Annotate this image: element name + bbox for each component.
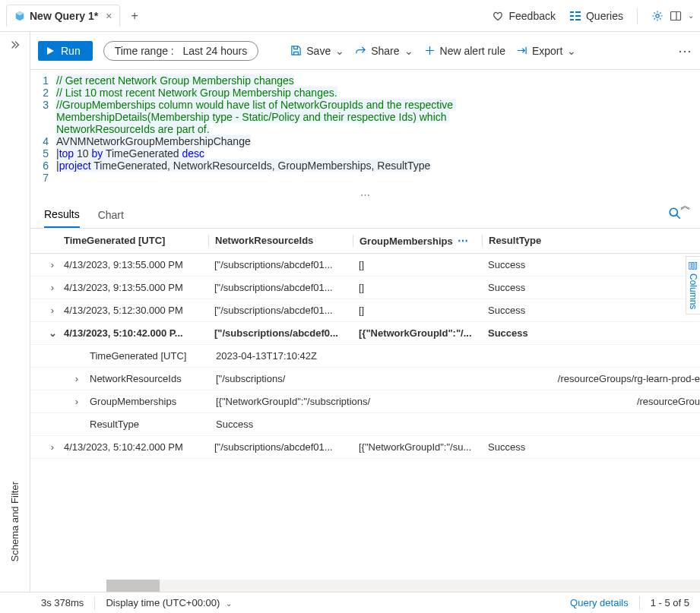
feedback-link[interactable]: Feedback [492, 10, 555, 22]
header-network-ids[interactable]: NetworkResourceIds [208, 235, 353, 247]
columns-panel-toggle[interactable]: Columns [686, 256, 700, 314]
cell-res: Success [482, 327, 700, 339]
table-row[interactable]: › 4/13/2023, 5:12:30.000 PM ["/subscript… [30, 299, 700, 322]
header-time[interactable]: TimeGenerated [UTC] [64, 235, 208, 247]
export-icon [516, 45, 527, 56]
chevron-right-icon[interactable]: › [64, 373, 90, 384]
header-result-type[interactable]: ResultType [482, 235, 700, 247]
detail-key: ResultType [90, 419, 208, 430]
table-row[interactable]: › 4/13/2023, 9:13:55.000 PM ["/subscript… [30, 254, 700, 276]
add-tab-button[interactable]: + [123, 6, 145, 26]
time-range-label: Time range : [115, 45, 174, 57]
detail-value: [{"NetworkGroupId":"/subscriptions//reso… [208, 396, 700, 407]
column-options-icon[interactable]: ⋯ [458, 235, 468, 247]
svg-rect-5 [575, 19, 581, 21]
detail-value: Success [208, 419, 700, 430]
code-line-1: // Get recent Network Group Membership c… [56, 74, 294, 87]
cell-net: ["/subscriptions/abcdef0... [208, 327, 353, 339]
table-row[interactable]: › 4/13/2023, 9:13:55.000 PM ["/subscript… [30, 276, 700, 299]
tab-results[interactable]: Results [44, 201, 80, 228]
code-line-3c: NetworkResourceIds are part of. [56, 123, 210, 135]
cell-time: 4/13/2023, 5:10:42.000 P... [64, 327, 208, 339]
queries-icon [569, 10, 581, 22]
cell-grp: [{"NetworkGroupId":"/su... [353, 441, 482, 453]
detail-value: 2023-04-13T17:10:42Z [208, 350, 700, 362]
new-alert-label: New alert rule [440, 45, 505, 57]
chevron-right-icon[interactable]: › [41, 259, 64, 270]
cell-grp: [] [353, 282, 482, 293]
more-actions-button[interactable]: ⋯ [678, 43, 692, 59]
cell-res: Success [482, 259, 700, 270]
code-line-2: // List 10 most recent Network Group Mem… [56, 87, 337, 99]
chevron-right-icon[interactable]: › [64, 396, 90, 407]
cell-time: 4/13/2023, 5:10:42.000 PM [64, 441, 208, 453]
code-line-3a: //GroupMemberships column would have lis… [56, 99, 456, 111]
table-row[interactable]: › 4/13/2023, 5:10:42.000 PM ["/subscript… [30, 436, 700, 459]
tab-chart[interactable]: Chart [98, 201, 124, 227]
horizontal-scrollbar[interactable] [30, 580, 700, 592]
tab-title: New Query 1* [30, 10, 98, 22]
gear-icon[interactable] [651, 10, 664, 22]
expand-rail-button[interactable] [10, 32, 21, 60]
detail-key: TimeGenerated [UTC] [90, 350, 208, 362]
queries-link[interactable]: Queries [569, 10, 623, 22]
detail-value: ["/subscriptions//resourceGroups/rg-lear… [208, 373, 700, 384]
cell-grp: [{"NetworkGroupId":"/... [353, 327, 482, 339]
query-details-link[interactable]: Query details [570, 597, 629, 608]
export-button[interactable]: Export ⌄ [516, 45, 576, 57]
chevron-down-icon[interactable]: ⌄ [41, 327, 64, 339]
top-bar: New Query 1* × + Feedback Queries ⌄ [0, 0, 700, 32]
time-range-value: Last 24 hours [182, 45, 247, 57]
results-grid: TimeGenerated [UTC] NetworkResourceIds G… [30, 229, 700, 580]
cell-time: 4/13/2023, 9:13:55.000 PM [64, 282, 208, 293]
share-button[interactable]: Share ⌄ [355, 45, 413, 57]
collapse-editor-button[interactable]: ︽ [680, 199, 691, 213]
svg-rect-2 [570, 19, 574, 21]
code-line-4: AVNMNetworkGroupMembershipChange [56, 135, 251, 147]
save-button[interactable]: Save ⌄ [290, 45, 344, 57]
cell-time: 4/13/2023, 5:12:30.000 PM [64, 305, 208, 316]
svg-rect-12 [692, 263, 694, 270]
svg-point-6 [656, 14, 659, 17]
run-button[interactable]: Run [38, 41, 93, 61]
cell-net: ["/subscriptions/abcdef01... [208, 259, 353, 270]
schema-filter-label[interactable]: Schema and Filter [9, 482, 21, 577]
elapsed-time: 3s 378ms [41, 597, 84, 608]
heart-icon [492, 10, 504, 22]
cell-res: Success [482, 305, 700, 316]
table-row-expanded[interactable]: ⌄ 4/13/2023, 5:10:42.000 P... ["/subscri… [30, 322, 700, 345]
close-icon[interactable]: × [106, 10, 112, 22]
detail-row: TimeGenerated [UTC] 2023-04-13T17:10:42Z [30, 345, 700, 368]
svg-rect-11 [689, 263, 691, 270]
svg-rect-0 [570, 11, 574, 13]
save-label: Save [306, 45, 331, 57]
queries-label: Queries [586, 10, 623, 22]
results-tab-strip: Results Chart [30, 201, 700, 229]
cell-net: ["/subscriptions/abcdef01... [208, 305, 353, 316]
svg-point-9 [670, 208, 677, 216]
plus-icon [424, 45, 436, 56]
share-label: Share [371, 45, 399, 57]
panel-icon[interactable] [670, 10, 682, 22]
query-editor[interactable]: 1// Get recent Network Group Membership … [30, 70, 700, 188]
status-bar: 3s 378ms Display time (UTC+00:00) ⌄ Quer… [0, 592, 700, 613]
play-icon [46, 46, 55, 55]
svg-line-10 [676, 215, 680, 219]
chevron-right-icon[interactable]: › [41, 282, 64, 293]
time-range-picker[interactable]: Time range : Last 24 hours [103, 41, 259, 61]
display-time-picker[interactable]: Display time (UTC+00:00) ⌄ [106, 597, 231, 608]
header-group-memberships[interactable]: GroupMemberships⋯ [353, 235, 482, 247]
chevron-right-icon[interactable]: › [41, 305, 64, 316]
chevron-down-icon[interactable]: ⌄ [688, 11, 694, 20]
svg-rect-4 [575, 15, 581, 17]
svg-rect-1 [570, 15, 574, 17]
query-toolbar: Run Time range : Last 24 hours Save ⌄ Sh… [30, 32, 700, 70]
detail-key: NetworkResourceIds [90, 373, 208, 384]
chevron-right-icon[interactable]: › [41, 441, 64, 453]
query-tab[interactable]: New Query 1* × [6, 5, 120, 27]
code-line-3b: MembershipDetails(Membership type - Stat… [56, 111, 449, 123]
detail-row: ResultType Success [30, 413, 700, 436]
new-alert-button[interactable]: New alert rule [424, 45, 505, 57]
scrollbar-thumb[interactable] [106, 580, 160, 592]
splitter-handle[interactable]: ⋯ [30, 188, 700, 201]
